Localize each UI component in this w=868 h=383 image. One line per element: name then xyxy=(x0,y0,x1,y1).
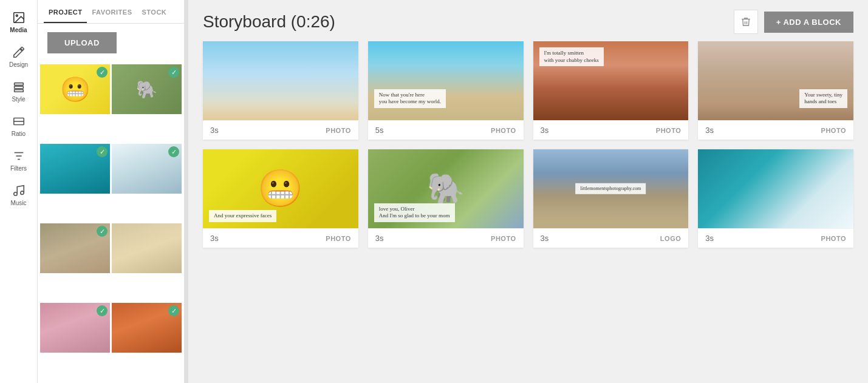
media-thumb-5[interactable]: ✓ xyxy=(40,223,110,273)
block-footer-1: 3s PHOTO xyxy=(203,120,358,140)
trash-icon xyxy=(740,16,751,27)
main-content: Storyboard (0:26) + ADD A BLOCK xyxy=(188,0,868,383)
image-icon xyxy=(12,11,26,24)
layers-icon xyxy=(12,80,26,93)
block-type-6: PHOTO xyxy=(491,235,516,242)
delete-button[interactable] xyxy=(734,10,758,34)
block-overlay-4: Your sweety, tinyhands and toes xyxy=(799,89,847,108)
block-type-8: PHOTO xyxy=(821,235,846,242)
block-duration-1: 3s xyxy=(210,126,219,135)
storyboard-row-2: 😬 And your expressive faces 3s PHOTO 🐘 l… xyxy=(203,149,853,248)
design-label: Design xyxy=(9,61,28,68)
svg-rect-2 xyxy=(14,83,23,86)
block-type-2: PHOTO xyxy=(491,127,516,134)
block-type-4: PHOTO xyxy=(821,127,846,134)
sidebar-item-music[interactable]: Music xyxy=(0,178,37,212)
style-label: Style xyxy=(12,96,25,103)
filters-label: Filters xyxy=(10,165,27,172)
sidebar-item-design[interactable]: Design xyxy=(0,39,37,74)
storyboard-content: 3s PHOTO Now that you're hereyou have be… xyxy=(188,41,868,383)
block-overlay-6: love you, OliverAnd I'm so glad to be yo… xyxy=(374,203,455,222)
filters-icon xyxy=(12,149,26,163)
block-card-7[interactable]: littlemomentsphotography.com 3s LOGO xyxy=(533,149,689,248)
media-thumb-6[interactable] xyxy=(112,223,182,273)
upload-button[interactable]: Upload xyxy=(47,32,117,53)
header-actions: + ADD A BLOCK xyxy=(734,10,853,34)
tab-stock[interactable]: Stock xyxy=(137,0,172,23)
sidebar-item-style[interactable]: Style xyxy=(0,74,37,109)
block-duration-4: 3s xyxy=(705,126,714,135)
block-overlay-7: littlemomentsphotography.com xyxy=(576,183,646,194)
svg-point-10 xyxy=(13,192,17,196)
tab-project[interactable]: Project xyxy=(44,0,87,23)
block-preview-3: I'm totally smittenwith your chubby chee… xyxy=(533,41,689,120)
svg-point-11 xyxy=(20,191,24,195)
media-thumb-7[interactable]: ✓ xyxy=(40,303,110,353)
media-grid: 😬 ✓ 🐘 ✓ ✓ ✓ ✓ ✓ ✓ xyxy=(38,62,184,383)
storyboard-row-1: 3s PHOTO Now that you're hereyou have be… xyxy=(203,41,853,140)
block-footer-3: 3s PHOTO xyxy=(533,120,689,140)
media-thumb-8[interactable]: ✓ xyxy=(112,303,182,353)
svg-rect-3 xyxy=(14,86,23,89)
block-overlay-2: Now that you're hereyou have become my w… xyxy=(374,89,446,108)
block-preview-1 xyxy=(203,41,358,120)
check-badge-2: ✓ xyxy=(168,67,179,78)
media-label: Media xyxy=(10,27,27,33)
add-block-button[interactable]: + ADD A BLOCK xyxy=(764,12,853,33)
block-type-5: PHOTO xyxy=(326,235,350,242)
main-header: Storyboard (0:26) + ADD A BLOCK xyxy=(188,0,868,41)
media-thumb-1[interactable]: 😬 ✓ xyxy=(40,64,110,114)
block-footer-8: 3s PHOTO xyxy=(698,228,853,248)
block-duration-5: 3s xyxy=(210,234,219,243)
check-badge-4: ✓ xyxy=(168,146,179,157)
block-duration-6: 3s xyxy=(375,234,384,243)
brush-icon xyxy=(12,46,26,59)
block-footer-5: 3s PHOTO xyxy=(203,228,358,248)
music-icon xyxy=(12,184,26,197)
block-card-5[interactable]: 😬 And your expressive faces 3s PHOTO xyxy=(203,149,358,248)
block-footer-7: 3s LOGO xyxy=(533,228,689,248)
block-card-2[interactable]: Now that you're hereyou have become my w… xyxy=(368,41,524,140)
ratio-icon xyxy=(12,115,26,128)
block-preview-2: Now that you're hereyou have become my w… xyxy=(368,41,524,120)
block-overlay-3: I'm totally smittenwith your chubby chee… xyxy=(539,47,604,66)
block-card-3[interactable]: I'm totally smittenwith your chubby chee… xyxy=(533,41,689,140)
check-badge-1: ✓ xyxy=(97,67,108,78)
media-thumb-4[interactable]: ✓ xyxy=(112,144,182,194)
sidebar-panel: Project Favorites Stock Upload 😬 ✓ 🐘 ✓ ✓… xyxy=(38,0,185,383)
ratio-label: Ratio xyxy=(12,130,26,137)
block-preview-7: littlemomentsphotography.com xyxy=(533,149,689,228)
block-type-3: PHOTO xyxy=(656,127,681,134)
block-duration-2: 5s xyxy=(375,126,384,135)
block-duration-7: 3s xyxy=(541,234,549,243)
block-preview-8 xyxy=(698,149,853,228)
block-footer-4: 3s PHOTO xyxy=(698,120,853,140)
block-card-4[interactable]: Your sweety, tinyhands and toes 3s PHOTO xyxy=(698,41,853,140)
block-type-7: LOGO xyxy=(660,235,681,242)
svg-point-1 xyxy=(16,15,18,16)
upload-area: Upload xyxy=(38,24,184,62)
block-duration-8: 3s xyxy=(705,234,714,243)
check-badge-3: ✓ xyxy=(97,146,108,157)
sidebar-tabs: Project Favorites Stock xyxy=(38,0,184,24)
block-preview-4: Your sweety, tinyhands and toes xyxy=(698,41,853,120)
music-label: Music xyxy=(10,200,26,206)
sidebar-item-ratio[interactable]: Ratio xyxy=(0,109,37,143)
storyboard-title: Storyboard (0:26) xyxy=(203,12,335,32)
check-badge-8: ✓ xyxy=(168,305,179,316)
svg-rect-4 xyxy=(14,90,23,92)
block-card-1[interactable]: 3s PHOTO xyxy=(203,41,358,140)
sidebar-item-filters[interactable]: Filters xyxy=(0,143,37,178)
media-thumb-3[interactable]: ✓ xyxy=(40,144,110,194)
block-card-6[interactable]: 🐘 love you, OliverAnd I'm so glad to be … xyxy=(368,149,524,248)
tab-favorites[interactable]: Favorites xyxy=(87,0,137,23)
block-footer-6: 3s PHOTO xyxy=(368,228,524,248)
block-duration-3: 3s xyxy=(541,126,549,135)
icon-bar: Media Design Style Ratio Filters xyxy=(0,0,38,383)
block-overlay-5: And your expressive faces xyxy=(209,210,276,222)
block-preview-6: 🐘 love you, OliverAnd I'm so glad to be … xyxy=(368,149,524,228)
block-preview-5: 😬 And your expressive faces xyxy=(203,149,358,228)
sidebar-item-media[interactable]: Media xyxy=(0,5,37,39)
media-thumb-2[interactable]: 🐘 ✓ xyxy=(112,64,182,114)
block-card-8[interactable]: 3s PHOTO xyxy=(698,149,853,248)
